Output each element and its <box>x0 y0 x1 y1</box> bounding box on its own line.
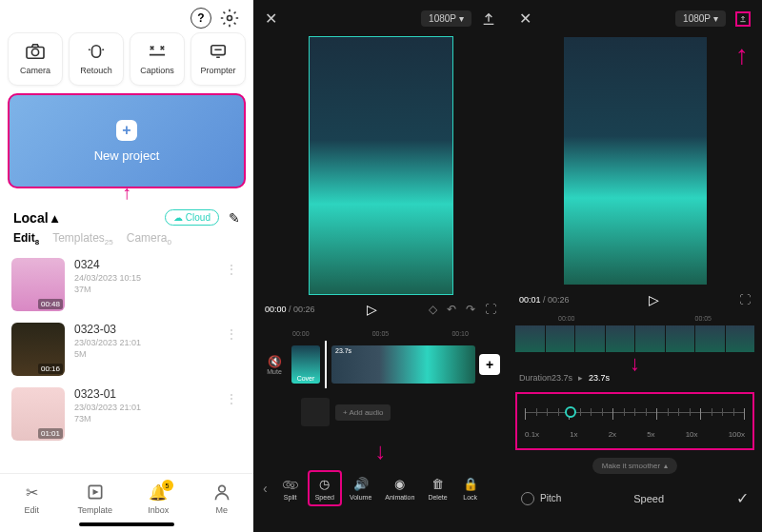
export-icon[interactable] <box>481 11 496 27</box>
project-name: 0324 <box>74 258 211 271</box>
playback-bar: 00:00 / 00:26 ▷ ◇ ↶ ↷ ⛶ <box>253 294 508 325</box>
pitch-toggle[interactable]: Pitch <box>521 492 561 505</box>
close-icon[interactable]: ✕ <box>265 10 277 28</box>
speed-title: Speed <box>633 493 664 504</box>
retouch-label: Retouch <box>80 66 112 75</box>
project-thumb: 01:01 <box>11 387 65 441</box>
editor-header: ✕ 1080P ▾ <box>508 0 762 37</box>
smoother-button[interactable]: Make it smoother ▴ <box>592 458 677 474</box>
new-project-label: New project <box>94 148 160 163</box>
fullscreen-icon[interactable]: ⛶ <box>739 293 751 306</box>
settings-icon[interactable] <box>219 8 240 29</box>
tick: 00:00 <box>558 315 575 322</box>
delete-tool[interactable]: 🗑Delete <box>422 472 452 504</box>
add-audio-button[interactable]: + Add audio <box>335 404 391 421</box>
nav-edit[interactable]: ✂Edit <box>0 482 64 515</box>
help-icon[interactable]: ? <box>190 8 211 29</box>
editor-panel: ✕ 1080P ▾ 00:00 / 00:26 ▷ ◇ ↶ ↷ ⛶ 00:000… <box>253 0 508 532</box>
slider-thumb[interactable] <box>565 406 576 418</box>
time-display: 00:01 / 00:26 <box>519 295 570 305</box>
back-button[interactable]: ‹ <box>257 481 273 496</box>
undo-icon[interactable]: ↶ <box>447 303 456 316</box>
project-item[interactable]: 01:01 0323-0123/03/2023 21:0173M ⋮ <box>11 382 242 446</box>
edit-list-icon[interactable]: ✎ <box>229 210 240 226</box>
project-thumb: 00:48 <box>11 258 65 311</box>
new-project-button[interactable]: + New project ↑ <box>8 93 246 188</box>
export-icon[interactable] <box>735 11 751 27</box>
project-item[interactable]: 00:16 0323-0323/03/2023 21:015M ⋮ <box>11 317 242 382</box>
cover-button[interactable]: Cover <box>291 345 320 384</box>
nav-template[interactable]: Template <box>64 482 128 515</box>
timeline-strip[interactable] <box>515 325 754 352</box>
tick: 00:05 <box>372 330 390 337</box>
cloud-button[interactable]: ☁ Cloud <box>165 209 219 226</box>
resolution-button[interactable]: 1080P ▾ <box>675 10 726 27</box>
speed-tool[interactable]: ◷Speed <box>308 470 342 506</box>
annotation-arrow-down: ↓ <box>253 438 508 464</box>
add-clip-button[interactable]: + <box>479 354 500 375</box>
close-icon[interactable]: ✕ <box>519 10 531 28</box>
mute-button[interactable]: 🔇Mute <box>261 355 288 375</box>
project-name: 0323-01 <box>74 387 211 401</box>
nav-label: Me <box>215 505 228 515</box>
prompter-label: Prompter <box>200 66 235 75</box>
svg-rect-3 <box>92 46 101 58</box>
tick: 00:00 <box>292 330 310 337</box>
prompter-tool[interactable]: Prompter <box>190 32 246 86</box>
project-name: 0323-03 <box>74 323 211 336</box>
nav-label: Inbox <box>148 505 169 515</box>
project-list: 00:48 032424/03/2023 10:1537M ⋮ 00:16 03… <box>0 252 253 473</box>
nav-label: Edit <box>24 505 39 515</box>
captions-tool[interactable]: Captions <box>130 32 185 86</box>
prompter-icon <box>208 43 229 60</box>
play-button[interactable]: ▷ <box>649 292 659 307</box>
resolution-button[interactable]: 1080P ▾ <box>421 10 471 27</box>
confirm-button[interactable]: ✓ <box>736 489 749 507</box>
tab-camera[interactable]: Camera0 <box>127 231 171 246</box>
svg-point-6 <box>218 485 225 492</box>
annotation-arrow-down: ↓ <box>508 358 762 369</box>
project-date: 23/03/2023 21:01 <box>74 338 211 347</box>
camera-label: Camera <box>20 66 50 75</box>
speed-labels: 0.1x1x2x5x10x100x <box>525 430 745 439</box>
retouch-icon <box>86 43 107 60</box>
captions-label: Captions <box>140 66 174 75</box>
local-label[interactable]: Local ▴ <box>13 210 58 226</box>
video-clip[interactable]: 23.7s <box>331 345 475 384</box>
timeline: 00:0000:0500:10 🔇Mute Cover 23.7s + + Ad… <box>253 325 508 438</box>
project-menu-icon[interactable]: ⋮ <box>221 387 242 410</box>
animation-tool[interactable]: ◉Animation <box>379 472 420 504</box>
camera-tool[interactable]: Camera <box>8 32 63 86</box>
template-icon <box>85 482 106 502</box>
project-size: 37M <box>74 285 211 294</box>
playhead[interactable] <box>325 341 327 388</box>
editor-header: ✕ 1080P ▾ <box>253 0 508 37</box>
video-preview[interactable] <box>310 37 452 294</box>
project-menu-icon[interactable]: ⋮ <box>221 323 242 345</box>
fullscreen-icon[interactable]: ⛶ <box>485 303 496 316</box>
lock-tool[interactable]: 🔒Lock <box>455 472 486 504</box>
split-tool[interactable]: ⟃⟄Split <box>275 472 306 504</box>
speed-slider-panel: 0.1x1x2x5x10x100x <box>515 392 754 450</box>
clip-duration: 23.7s <box>335 347 351 354</box>
redo-icon[interactable]: ↷ <box>466 303 475 316</box>
top-icons: ? <box>0 0 253 32</box>
person-icon <box>211 482 232 502</box>
volume-icon: 🔊 <box>353 476 369 491</box>
video-preview[interactable] <box>564 37 707 285</box>
tab-templates[interactable]: Templates25 <box>52 231 113 246</box>
captions-icon <box>147 43 168 60</box>
volume-tool[interactable]: 🔊Volume <box>344 472 377 504</box>
project-duration: 00:16 <box>38 364 63 374</box>
speed-footer: Pitch Speed ✓ <box>508 482 762 515</box>
play-button[interactable]: ▷ <box>367 302 377 317</box>
speed-slider[interactable] <box>525 404 745 423</box>
nav-me[interactable]: Me <box>190 482 254 515</box>
project-item[interactable]: 00:48 032424/03/2023 10:1537M ⋮ <box>11 252 242 317</box>
nav-inbox[interactable]: 🔔5Inbox <box>127 482 190 515</box>
keyframe-icon[interactable]: ◇ <box>429 303 437 316</box>
project-menu-icon[interactable]: ⋮ <box>221 258 242 281</box>
audio-track: + Add audio <box>261 392 500 432</box>
retouch-tool[interactable]: Retouch <box>69 32 124 86</box>
tab-edit[interactable]: Edit8 <box>13 231 39 246</box>
